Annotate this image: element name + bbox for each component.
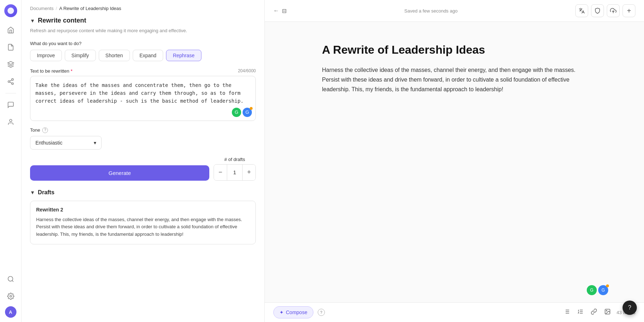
compose-button[interactable]: ✦ Compose	[273, 306, 313, 318]
breadcrumb-current: A Rewrite of Leadership Ideas	[59, 6, 121, 11]
sidebar-item-chat[interactable]	[4, 98, 18, 112]
tone-dropdown[interactable]: Enthusiastic ▾	[30, 136, 102, 150]
shield-button[interactable]	[591, 4, 604, 17]
sidebar-item-layers[interactable]	[4, 57, 18, 72]
tab-improve[interactable]: Improve	[30, 50, 62, 61]
section-header: ▼ Rewrite content	[30, 17, 256, 24]
drafts-header: ▼ Drafts	[30, 189, 256, 196]
left-panel: Documents / A Rewrite of Leadership Idea…	[21, 0, 265, 322]
sidebar-item-documents[interactable]	[4, 40, 18, 54]
link-icon[interactable]	[589, 307, 599, 318]
section-description: Refresh and repurpose content while maki…	[30, 27, 256, 34]
textarea-icons: G G	[232, 108, 252, 117]
tone-chevron-icon: ▾	[94, 140, 96, 146]
unordered-list-icon[interactable]	[562, 307, 571, 318]
textarea-wrapper: Take the ideas of the masses and concent…	[30, 76, 256, 121]
drafts-value: 1	[227, 165, 243, 180]
draft-card: Rewritten 2 Harness the collective ideas…	[30, 201, 256, 244]
textarea-header: Text to be rewritten * 204/6000	[30, 68, 256, 74]
bottombar-help-icon[interactable]: ?	[318, 309, 325, 316]
section-chevron[interactable]: ▼	[30, 18, 35, 24]
document-title: A Rewrite of Leadership Ideas	[322, 43, 587, 57]
editor-panel: ← ⊟ Saved a few seconds ago + A Rewrite …	[265, 0, 644, 322]
compose-icon: ✦	[279, 309, 284, 315]
breadcrumb-parent[interactable]: Documents	[30, 6, 54, 11]
breadcrumb: Documents / A Rewrite of Leadership Idea…	[21, 0, 264, 11]
svg-point-1	[11, 79, 13, 80]
svg-point-2	[8, 81, 10, 83]
app-logo[interactable]	[4, 4, 17, 17]
drafts-decrement[interactable]: −	[214, 165, 227, 180]
topbar-left: ← ⊟	[273, 8, 287, 14]
tab-shorten[interactable]: Shorten	[99, 50, 130, 61]
section-title: Rewrite content	[38, 17, 86, 24]
generate-button[interactable]: Generate	[30, 165, 209, 181]
rewrite-tabs: Improve Simplify Shorten Expand Rephrase	[30, 50, 256, 61]
textarea-label: Text to be rewritten *	[30, 68, 73, 74]
compose-label: Compose	[286, 309, 307, 315]
tone-label: Tone	[30, 127, 40, 133]
sidebar-item-search[interactable]	[4, 272, 18, 286]
drafts-increment[interactable]: +	[243, 165, 255, 180]
sidebar-divider	[5, 93, 16, 93]
sidebar-item-user[interactable]	[4, 115, 18, 129]
user-avatar[interactable]: A	[5, 306, 16, 318]
image-icon[interactable]	[603, 307, 612, 318]
save-status: Saved a few seconds ago	[404, 8, 458, 14]
svg-point-9	[10, 296, 11, 297]
drafts-count-label: # of drafts	[224, 157, 245, 162]
tab-expand[interactable]: Expand	[133, 50, 163, 61]
translate-button[interactable]	[575, 4, 588, 17]
svg-point-6	[9, 119, 12, 122]
tone-header: Tone ?	[30, 127, 256, 133]
tab-simplify[interactable]: Simplify	[65, 50, 96, 61]
svg-line-4	[10, 82, 12, 83]
topbar-right: +	[575, 4, 635, 17]
tone-help-icon[interactable]: ?	[42, 127, 48, 133]
svg-marker-0	[8, 62, 14, 64]
tone-value: Enthusiastic	[35, 140, 62, 146]
svg-line-5	[10, 80, 12, 81]
drafts-counter: − 1 +	[214, 164, 256, 181]
add-button[interactable]: +	[623, 4, 635, 17]
help-bubble[interactable]: ?	[623, 301, 637, 315]
drafts-chevron[interactable]: ▼	[30, 190, 35, 195]
svg-point-7	[8, 277, 13, 281]
svg-point-21	[606, 310, 607, 311]
what-label: What do you want to do?	[30, 41, 256, 46]
sidebar: A	[0, 0, 21, 322]
svg-point-3	[11, 83, 13, 84]
drafts-title: Drafts	[38, 189, 54, 196]
ordered-list-icon[interactable]	[576, 307, 585, 318]
editor-grammarly-green[interactable]: G	[587, 285, 597, 295]
editor-bottombar: ✦ Compose ? 43 words	[265, 302, 644, 322]
draft-card-text: Harness the collective ideas of the mass…	[36, 216, 250, 238]
breadcrumb-separator: /	[56, 6, 57, 11]
panel-toggle-icon[interactable]: ⊟	[282, 8, 287, 14]
editor-content: A Rewrite of Leadership Ideas Harness th…	[293, 22, 615, 302]
draft-card-title: Rewritten 2	[36, 207, 250, 213]
sidebar-item-integrations[interactable]	[4, 74, 18, 89]
sidebar-item-settings[interactable]	[4, 289, 18, 303]
back-icon[interactable]: ←	[273, 8, 279, 14]
sidebar-item-home[interactable]	[4, 23, 18, 37]
grammarly-green-icon[interactable]: G	[232, 108, 241, 117]
char-count: 204/6000	[238, 68, 256, 73]
editor-topbar: ← ⊟ Saved a few seconds ago +	[265, 0, 644, 22]
tab-rephrase[interactable]: Rephrase	[166, 50, 201, 61]
document-body[interactable]: Harness the collective ideas of the mass…	[322, 65, 587, 94]
rewrite-textarea[interactable]: Take the ideas of the masses and concent…	[30, 76, 255, 119]
upload-button[interactable]	[607, 4, 620, 17]
svg-line-8	[12, 280, 13, 282]
editor-floating-icons: G G	[587, 285, 608, 295]
